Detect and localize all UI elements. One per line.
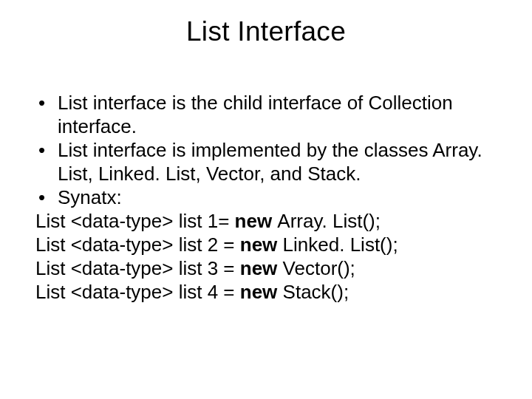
bullet-item: • Synatx: <box>35 186 497 210</box>
slide-body: • List interface is the child interface … <box>35 92 497 304</box>
code-text: List <data-type> list 2 = <box>35 233 240 256</box>
bullet-text: List interface is the child interface of… <box>58 92 497 139</box>
code-text: Linked. List(); <box>283 233 398 256</box>
code-keyword: new <box>240 233 283 256</box>
bullet-text: List interface is implemented by the cla… <box>58 139 497 186</box>
code-line: List <data-type> list 3 = new Vector(); <box>35 257 497 281</box>
code-keyword: new <box>240 257 283 279</box>
bullet-item: • List interface is the child interface … <box>35 92 497 139</box>
code-text: List <data-type> list 3 = <box>35 257 240 279</box>
code-text: List <data-type> list 4 = <box>35 281 240 303</box>
code-text: Array. List(); <box>277 210 381 232</box>
code-line: List <data-type> list 1= new Array. List… <box>35 210 497 233</box>
bullet-dot-icon: • <box>35 186 58 210</box>
bullet-text: Synatx: <box>58 186 497 210</box>
code-line: List <data-type> list 4 = new Stack(); <box>35 281 497 304</box>
slide-title: List Interface <box>35 16 497 47</box>
code-keyword: new <box>240 281 283 303</box>
code-text: Stack(); <box>283 281 349 303</box>
bullet-dot-icon: • <box>35 139 58 163</box>
code-keyword: new <box>235 210 278 232</box>
bullet-dot-icon: • <box>35 92 58 115</box>
slide: List Interface • List interface is the c… <box>0 0 532 399</box>
code-line: List <data-type> list 2 = new Linked. Li… <box>35 233 497 257</box>
bullet-item: • List interface is implemented by the c… <box>35 139 497 186</box>
code-text: Vector(); <box>283 257 355 279</box>
code-text: List <data-type> list 1= <box>35 210 235 232</box>
